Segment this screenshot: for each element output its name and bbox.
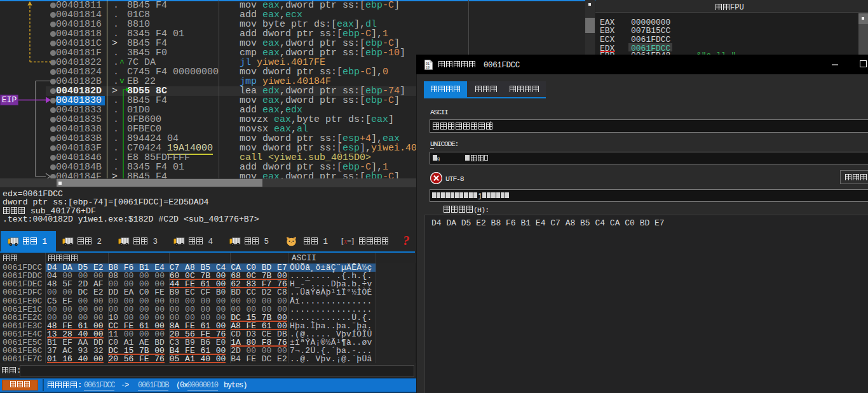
svg-text:10: 10	[426, 66, 430, 70]
